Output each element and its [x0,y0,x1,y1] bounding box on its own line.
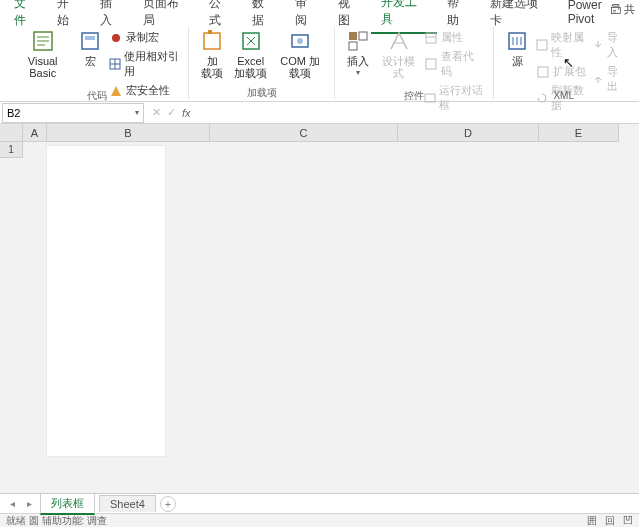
svg-rect-5 [204,33,220,49]
view-pagebreak-icon[interactable]: 凹 [623,514,633,528]
svg-rect-12 [349,42,357,50]
group-label-code: 代码 [87,89,107,102]
view-code-icon [424,57,438,71]
sheet-tab-bar: ◂ ▸ 列表框 Sheet4 + [0,493,639,513]
macro-icon [78,29,102,53]
addins-icon [200,29,224,53]
svg-rect-18 [538,67,548,77]
visual-basic-button[interactable]: Visual Basic [12,27,73,81]
chevron-down-icon[interactable]: ▾ [135,108,139,117]
column-headers: A B C D E [23,124,619,142]
svg-rect-15 [425,94,435,102]
view-normal-icon[interactable]: 囲 [587,514,597,528]
ribbon: Visual Basic 宏 录制宏 使用相对引用 宏安全性 代码 加 载项 E… [0,24,639,102]
group-addins: 加 载项 Excel 加载项 COM 加载项 加载项 [189,27,335,99]
status-text: 就绪 圆 辅助功能: 调查 [6,514,107,528]
svg-rect-1 [82,33,98,49]
properties-icon [424,31,438,45]
relative-ref-button[interactable]: 使用相对引用 [107,48,182,80]
sheet-tab-active[interactable]: 列表框 [40,493,95,515]
run-dialog-button[interactable]: 运行对话框 [422,82,487,114]
source-icon [505,29,529,53]
row-headers: 1 [0,142,23,158]
svg-point-3 [112,34,120,42]
name-box[interactable]: B2 ▾ [2,103,144,123]
insert-control-icon [346,29,370,53]
view-code-button[interactable]: 查看代码 [422,48,487,80]
export-icon [592,72,604,86]
import-icon [592,38,604,52]
select-all-corner[interactable] [0,124,23,142]
cursor-icon: ↖ [563,55,574,70]
share-button[interactable]: 🖆 共 [610,2,635,17]
svg-rect-17 [537,40,547,50]
grid-icon [109,57,121,71]
nav-next-icon[interactable]: ▸ [23,498,36,509]
row-header-1[interactable]: 1 [0,142,23,158]
tab-bar: 文件 开始 插入 页面布局 公式 数据 审阅 视图 开发工具 帮助 新建选项卡 … [0,0,639,24]
chevron-down-icon: ▾ [356,67,360,79]
svg-rect-11 [359,32,367,40]
svg-rect-10 [349,32,357,40]
insert-control-button[interactable]: 插入▾ [341,27,375,81]
group-controls: 插入▾ 设计模式 属性 查看代码 运行对话框 控件 [335,27,494,99]
visual-basic-icon [31,29,55,53]
group-code: Visual Basic 宏 录制宏 使用相对引用 宏安全性 代码 [6,27,189,99]
col-header-e[interactable]: E [539,124,619,142]
svg-rect-14 [426,59,436,69]
macro-security-button[interactable]: 宏安全性 [107,82,182,99]
refresh-icon [536,91,548,105]
group-label-controls: 控件 [404,89,424,102]
group-label-addins: 加载项 [247,86,277,99]
svg-point-9 [297,38,303,44]
source-button[interactable]: 源 [500,27,534,69]
cell-canvas[interactable] [23,142,639,493]
svg-rect-2 [85,36,95,40]
view-pagelayout-icon[interactable]: 回 [605,514,615,528]
excel-addins-icon [239,29,263,53]
com-addins-button[interactable]: COM 加载项 [272,27,328,81]
group-label-xml: XML [553,89,574,102]
record-macro-button[interactable]: 录制宏 [107,29,182,46]
cancel-icon: ✕ [152,106,161,119]
properties-button[interactable]: 属性 [422,29,487,46]
col-header-c[interactable]: C [210,124,398,142]
macro-button[interactable]: 宏 [73,27,107,69]
col-header-a[interactable]: A [23,124,47,142]
fx-icon[interactable]: fx [182,107,191,119]
check-icon: ✓ [167,106,176,119]
run-dialog-icon [424,91,436,105]
map-icon [536,38,548,52]
nav-prev-icon[interactable]: ◂ [6,498,19,509]
addins-button[interactable]: 加 载项 [195,27,229,81]
export-button[interactable]: 导出 [590,63,627,95]
import-button[interactable]: 导入 [590,29,627,61]
worksheet-grid[interactable]: A B C D E 1 [0,124,639,493]
design-mode-button[interactable]: 设计模式 [375,27,423,81]
new-sheet-button[interactable]: + [160,496,176,512]
svg-rect-6 [208,30,212,34]
warning-icon [109,84,123,98]
excel-addins-button[interactable]: Excel 加载项 [229,27,272,81]
sheet-tab-sheet4[interactable]: Sheet4 [99,495,156,512]
col-header-d[interactable]: D [398,124,539,142]
col-header-b[interactable]: B [47,124,210,142]
svg-rect-13 [426,33,436,43]
design-mode-icon [387,29,411,53]
record-icon [109,31,123,45]
com-addins-icon [288,29,312,53]
status-bar: 就绪 圆 辅助功能: 调查 囲 回 凹 [0,513,639,527]
white-shape[interactable] [47,146,165,456]
expand-icon [536,65,550,79]
